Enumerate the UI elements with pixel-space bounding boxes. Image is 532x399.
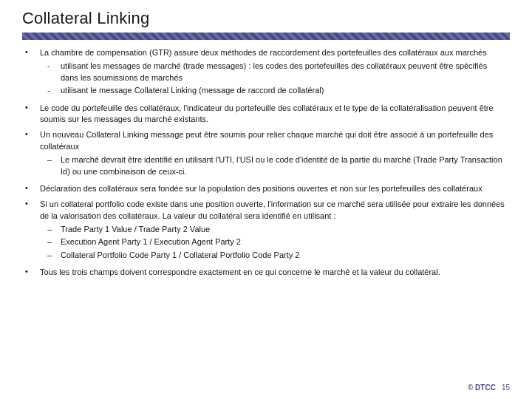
sub-dash: - [47, 61, 58, 72]
sub-item-1-1: - utilisant les messages de marché (trad… [47, 61, 507, 83]
content-area: • La chambre de compensation (GTR) assur… [22, 47, 510, 279]
bullet-item-6: • Tous les trois champs doivent correspo… [25, 267, 507, 278]
bullet-symbol-2: • [25, 103, 37, 112]
bullet-symbol-4: • [25, 183, 37, 192]
sub-list-1: - utilisant les messages de marché (trad… [47, 61, 507, 96]
footer-brand: © DTCC [468, 383, 496, 392]
dash-item-5-1: – Trade Party 1 Value / Trade Party 2 Va… [47, 224, 507, 235]
bullet-item-5: • Si un collateral portfolio code existe… [25, 199, 507, 262]
bullet-text-3: Un nouveau Collateral Linking message pe… [40, 129, 507, 179]
sub-item-3-1: – Le marché devrait être identifié en ut… [47, 154, 507, 177]
bullet-item-1: • La chambre de compensation (GTR) assur… [25, 47, 507, 98]
divider-bar [22, 33, 510, 40]
dash-list-5: – Trade Party 1 Value / Trade Party 2 Va… [47, 224, 507, 261]
bullet-item-2: • Le code du portefeuille des collatérau… [25, 103, 507, 126]
bullet-text-5: Si un collateral portfolio code existe d… [40, 199, 507, 262]
bullet-symbol-3: • [25, 129, 37, 138]
bullet-item-4: • Déclaration des collatéraux sera fondé… [25, 183, 507, 194]
page: Collateral Linking • La chambre de compe… [0, 0, 532, 399]
dash-symbol: – [47, 250, 58, 261]
dash-symbol: – [47, 236, 58, 248]
bullet-text-4: Déclaration des collatéraux sera fondée … [40, 183, 507, 194]
sub-dash: - [47, 85, 58, 96]
sub-list-3: – Le marché devrait être identifié en ut… [47, 154, 507, 177]
page-title: Collateral Linking [22, 9, 510, 28]
bullet-text-2: Le code du portefeuille des collatéraux,… [40, 103, 507, 126]
dash-item-5-2: – Execution Agent Party 1 / Execution Ag… [47, 236, 507, 248]
sub-dash: – [47, 154, 58, 166]
footer-page-number: 15 [502, 383, 510, 392]
bullet-symbol-5: • [25, 199, 37, 208]
sub-item-1-2: - utilisant le message Collateral Linkin… [47, 85, 507, 96]
title-area: Collateral Linking [22, 0, 510, 33]
dash-symbol: – [47, 224, 58, 235]
footer: © DTCC 15 [468, 383, 510, 392]
bullet-symbol-6: • [25, 267, 37, 276]
bullet-item-3: • Un nouveau Collateral Linking message … [25, 129, 507, 179]
dash-item-5-3: – Collateral Portfolio Code Party 1 / Co… [47, 250, 507, 261]
bullet-symbol-1: • [25, 47, 37, 56]
bullet-text-1: La chambre de compensation (GTR) assure … [40, 47, 507, 98]
bullet-text-6: Tous les trois champs doivent correspond… [40, 267, 507, 278]
